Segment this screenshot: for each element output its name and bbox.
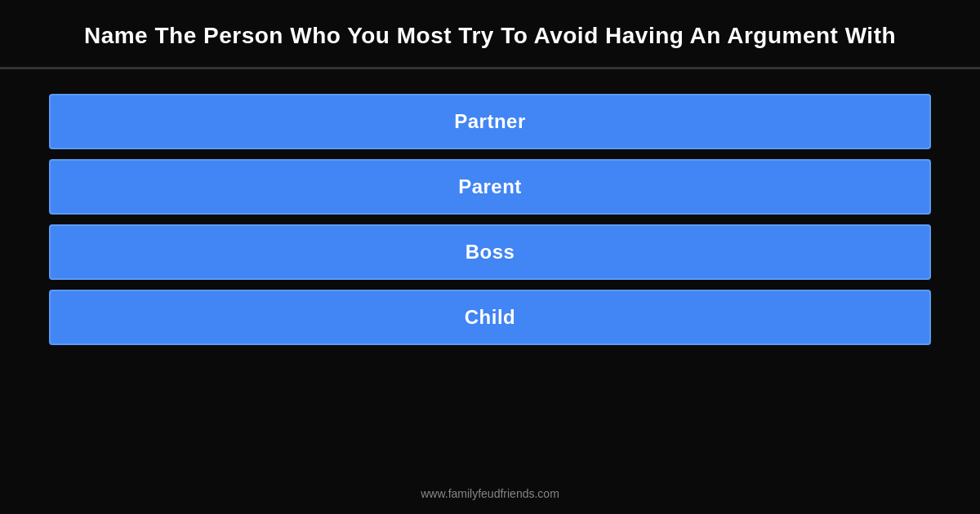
answer-item-1[interactable]: Parent [49,159,931,215]
question-title: Name The Person Who You Most Try To Avoi… [84,23,896,48]
answer-label-3: Child [465,306,516,328]
answer-label-1: Parent [458,175,522,197]
answers-container: PartnerParentBossChild [0,69,980,361]
footer-text: www.familyfeudfriends.com [421,487,559,500]
answer-label-0: Partner [454,110,526,132]
answer-label-2: Boss [466,241,515,263]
answer-item-2[interactable]: Boss [49,224,931,280]
answer-item-3[interactable]: Child [49,290,931,345]
answer-item-0[interactable]: Partner [49,94,931,149]
footer: www.familyfeudfriends.com [0,486,980,501]
question-header: Name The Person Who You Most Try To Avoi… [0,0,980,69]
